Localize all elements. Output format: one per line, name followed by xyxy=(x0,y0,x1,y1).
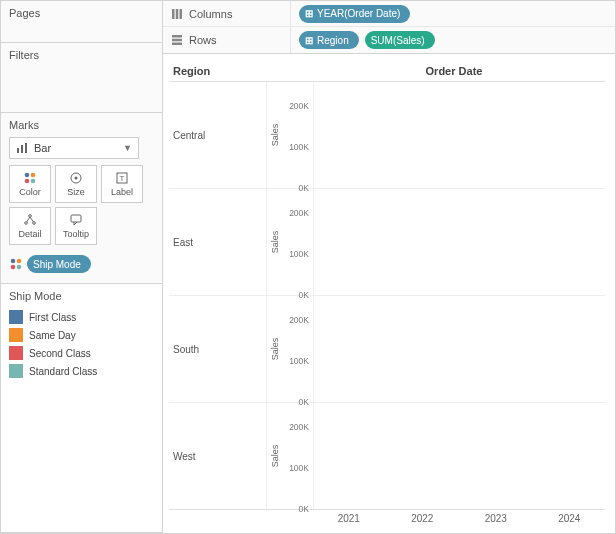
color-icon xyxy=(23,171,37,185)
legend-item[interactable]: Second Class xyxy=(9,344,154,362)
main-area: Columns ⊞YEAR(Order Date) Rows ⊞RegionSU… xyxy=(163,1,615,533)
columns-shelf[interactable]: Columns ⊞YEAR(Order Date) xyxy=(163,1,615,27)
svg-rect-21 xyxy=(172,9,175,19)
marks-tooltip-button[interactable]: Tooltip xyxy=(55,207,97,245)
shelves: Columns ⊞YEAR(Order Date) Rows ⊞RegionSU… xyxy=(163,1,615,54)
svg-rect-0 xyxy=(17,148,19,153)
marks-detail-button[interactable]: Detail xyxy=(9,207,51,245)
x-tick-label: 2024 xyxy=(542,510,598,529)
legend-swatch xyxy=(9,328,23,342)
y-axis-label: Sales xyxy=(267,296,283,402)
pill-label: Region xyxy=(317,35,349,46)
mark-type-dropdown[interactable]: Bar ▼ xyxy=(9,137,139,159)
label-icon: T xyxy=(115,171,129,185)
marks-label-label: Label xyxy=(111,187,133,197)
sidebar: Pages Filters Marks Bar ▼ Color Siz xyxy=(1,1,163,533)
facet-region-label: Central xyxy=(169,82,267,188)
plot-area xyxy=(313,189,605,295)
y-tick: 0K xyxy=(299,504,309,514)
facets: CentralSales0K100K200KEastSales0K100K200… xyxy=(169,82,605,509)
x-tick-label: 2022 xyxy=(395,510,451,529)
ship-mode-color-pill[interactable]: Ship Mode xyxy=(27,255,91,273)
pages-title: Pages xyxy=(9,7,154,19)
legend-label: Second Class xyxy=(29,348,91,359)
expand-icon: ⊞ xyxy=(305,35,313,46)
expand-icon: ⊞ xyxy=(305,8,313,19)
y-tick: 200K xyxy=(289,315,309,325)
legend-card: Ship Mode First ClassSame DaySecond Clas… xyxy=(1,284,162,533)
rows-pills: ⊞RegionSUM(Sales) xyxy=(291,31,443,49)
marks-size-button[interactable]: Size xyxy=(55,165,97,203)
svg-point-4 xyxy=(31,173,36,178)
facet-row: SouthSales0K100K200K xyxy=(169,296,605,403)
y-ticks: 0K100K200K xyxy=(283,403,313,509)
marks-color-label: Color xyxy=(19,187,41,197)
facet-region-label: South xyxy=(169,296,267,402)
y-ticks: 0K100K200K xyxy=(283,82,313,188)
svg-rect-25 xyxy=(172,39,182,42)
facet-row: CentralSales0K100K200K xyxy=(169,82,605,189)
pages-shelf[interactable]: Pages xyxy=(1,1,162,43)
svg-point-17 xyxy=(11,259,16,264)
legend-item[interactable]: Same Day xyxy=(9,326,154,344)
marks-title: Marks xyxy=(9,119,154,131)
x-axis: 2021202220232024 xyxy=(169,509,605,529)
row-field-header: Region xyxy=(169,65,267,77)
plot-area xyxy=(313,296,605,402)
marks-label-button[interactable]: T Label xyxy=(101,165,143,203)
pill-label: SUM(Sales) xyxy=(371,35,425,46)
svg-line-15 xyxy=(30,217,34,222)
facet-row: EastSales0K100K200K xyxy=(169,189,605,296)
size-icon xyxy=(69,171,83,185)
y-tick: 200K xyxy=(289,101,309,111)
svg-point-18 xyxy=(17,259,22,264)
svg-rect-26 xyxy=(172,43,182,46)
legend-title: Ship Mode xyxy=(9,290,154,302)
marks-card: Marks Bar ▼ Color Size xyxy=(1,113,162,284)
legend-label: First Class xyxy=(29,312,76,323)
pill-label: YEAR(Order Date) xyxy=(317,8,400,19)
x-tick-label: 2021 xyxy=(321,510,377,529)
x-tick-label: 2023 xyxy=(468,510,524,529)
columns-pills: ⊞YEAR(Order Date) xyxy=(291,5,418,23)
y-tick: 200K xyxy=(289,422,309,432)
y-tick: 100K xyxy=(289,463,309,473)
field-pill[interactable]: SUM(Sales) xyxy=(365,31,435,49)
marks-color-button[interactable]: Color xyxy=(9,165,51,203)
svg-rect-2 xyxy=(25,143,27,153)
bar-chart-icon xyxy=(16,142,28,154)
y-tick: 200K xyxy=(289,208,309,218)
y-axis-label: Sales xyxy=(267,82,283,188)
columns-label-text: Columns xyxy=(189,8,232,20)
y-tick: 100K xyxy=(289,142,309,152)
columns-shelf-label: Columns xyxy=(163,1,291,26)
viz: Region Order Date CentralSales0K100K200K… xyxy=(163,54,615,533)
legend-item[interactable]: First Class xyxy=(9,308,154,326)
rows-icon xyxy=(171,34,183,46)
svg-point-11 xyxy=(29,215,32,218)
color-icon xyxy=(9,257,23,271)
plot-area xyxy=(313,403,605,509)
filters-shelf[interactable]: Filters xyxy=(1,43,162,113)
legend-swatch xyxy=(9,364,23,378)
svg-point-20 xyxy=(17,265,22,270)
mark-type-label: Bar xyxy=(34,142,51,154)
marks-buttons: Color Size T Label Detail xyxy=(9,165,154,245)
field-pill[interactable]: ⊞Region xyxy=(299,31,359,49)
marks-detail-label: Detail xyxy=(18,229,41,239)
legend-item[interactable]: Standard Class xyxy=(9,362,154,380)
field-pill[interactable]: ⊞YEAR(Order Date) xyxy=(299,5,410,23)
marks-size-label: Size xyxy=(67,187,85,197)
column-field-header: Order Date xyxy=(303,65,605,77)
filters-title: Filters xyxy=(9,49,154,61)
y-axis-label: Sales xyxy=(267,403,283,509)
svg-rect-22 xyxy=(176,9,179,19)
y-ticks: 0K100K200K xyxy=(283,189,313,295)
svg-point-3 xyxy=(25,173,30,178)
rows-shelf[interactable]: Rows ⊞RegionSUM(Sales) xyxy=(163,27,615,53)
svg-text:T: T xyxy=(120,174,125,183)
viz-header: Region Order Date xyxy=(169,60,605,82)
svg-point-8 xyxy=(75,177,78,180)
facet-region-label: East xyxy=(169,189,267,295)
y-ticks: 0K100K200K xyxy=(283,296,313,402)
